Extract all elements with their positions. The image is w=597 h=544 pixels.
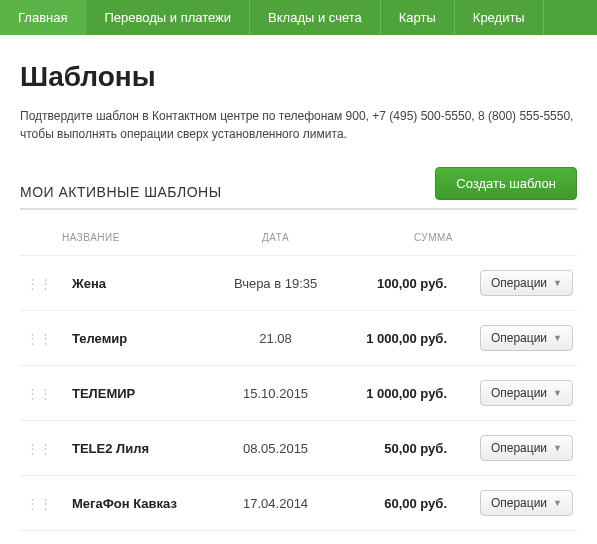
row-sum: 6 750,00 руб. — [335, 531, 457, 545]
chevron-down-icon: ▼ — [553, 333, 562, 343]
row-name: Кредит — [58, 531, 217, 545]
drag-handle-icon[interactable]: ⋮⋮ — [20, 311, 58, 366]
table-row: ⋮⋮ЖенаВчера в 19:35100,00 руб.Операции▼ — [20, 256, 577, 311]
drag-handle-icon[interactable]: ⋮⋮ — [20, 421, 58, 476]
create-template-button[interactable]: Создать шаблон — [435, 167, 577, 200]
operations-label: Операции — [491, 276, 547, 290]
operations-label: Операции — [491, 496, 547, 510]
table-row: ⋮⋮Кредит15.03.20126 750,00 руб.ОплатитьР… — [20, 531, 577, 545]
table-row: ⋮⋮Телемир21.081 000,00 руб.Операции▼ — [20, 311, 577, 366]
row-date: 17.04.2014 — [217, 476, 335, 531]
nav-payments[interactable]: Переводы и платежи — [86, 0, 250, 35]
operations-label: Операции — [491, 441, 547, 455]
col-name: НАЗВАНИЕ — [58, 224, 217, 256]
drag-handle-icon[interactable]: ⋮⋮ — [20, 531, 58, 545]
top-nav: Главная Переводы и платежи Вклады и счет… — [0, 0, 597, 35]
operations-label: Операции — [491, 331, 547, 345]
row-sum: 1 000,00 руб. — [335, 366, 457, 421]
chevron-down-icon: ▼ — [553, 388, 562, 398]
row-name: Жена — [58, 256, 217, 311]
operations-label: Операции — [491, 386, 547, 400]
notice-text: Подтвердите шаблон в Контактном центре п… — [20, 107, 577, 143]
row-name: ТЕЛЕМИР — [58, 366, 217, 421]
chevron-down-icon: ▼ — [553, 443, 562, 453]
row-date: 21.08 — [217, 311, 335, 366]
operations-button[interactable]: Операции▼ — [480, 380, 573, 406]
row-date: 15.10.2015 — [217, 366, 335, 421]
row-date: 08.05.2015 — [217, 421, 335, 476]
nav-credits[interactable]: Кредиты — [455, 0, 544, 35]
row-sum: 60,00 руб. — [335, 476, 457, 531]
active-templates-heading: МОИ АКТИВНЫЕ ШАБЛОНЫ — [20, 184, 222, 200]
row-sum: 100,00 руб. — [335, 256, 457, 311]
row-name: TELE2 Лиля — [58, 421, 217, 476]
operations-button[interactable]: Операции▼ — [480, 325, 573, 351]
nav-cards[interactable]: Карты — [381, 0, 455, 35]
row-name: Телемир — [58, 311, 217, 366]
drag-handle-icon[interactable]: ⋮⋮ — [20, 476, 58, 531]
operations-button[interactable]: Операции▼ — [480, 490, 573, 516]
page-title: Шаблоны — [20, 61, 577, 93]
nav-main[interactable]: Главная — [0, 0, 86, 35]
operations-button[interactable]: Операции▼ — [480, 435, 573, 461]
chevron-down-icon: ▼ — [553, 278, 562, 288]
drag-handle-icon[interactable]: ⋮⋮ — [20, 366, 58, 421]
table-row: ⋮⋮ТЕЛЕМИР15.10.20151 000,00 руб.Операции… — [20, 366, 577, 421]
table-row: ⋮⋮TELE2 Лиля08.05.201550,00 руб.Операции… — [20, 421, 577, 476]
templates-table: НАЗВАНИЕ ДАТА СУММА ⋮⋮ЖенаВчера в 19:351… — [20, 224, 577, 544]
chevron-down-icon: ▼ — [553, 498, 562, 508]
row-date: Вчера в 19:35 — [217, 256, 335, 311]
row-date: 15.03.2012 — [217, 531, 335, 545]
row-name: МегаФон Кавказ — [58, 476, 217, 531]
nav-deposits[interactable]: Вклады и счета — [250, 0, 381, 35]
table-row: ⋮⋮МегаФон Кавказ17.04.201460,00 руб.Опер… — [20, 476, 577, 531]
row-sum: 1 000,00 руб. — [335, 311, 457, 366]
col-sum: СУММА — [335, 224, 457, 256]
col-date: ДАТА — [217, 224, 335, 256]
drag-handle-icon[interactable]: ⋮⋮ — [20, 256, 58, 311]
operations-button[interactable]: Операции▼ — [480, 270, 573, 296]
row-sum: 50,00 руб. — [335, 421, 457, 476]
